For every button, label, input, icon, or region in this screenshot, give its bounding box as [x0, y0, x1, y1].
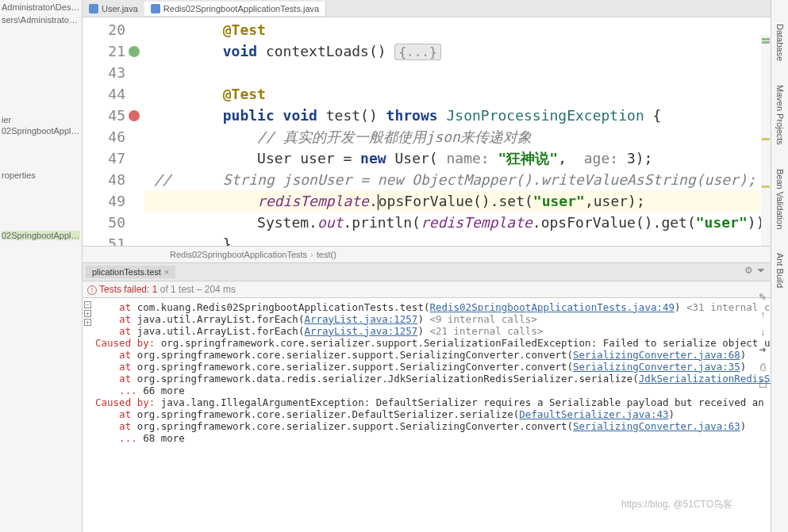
test-fail-count: Tests failed: 1 [99, 284, 157, 295]
line-gutter[interactable]: 2021434445464748495051525354 [83, 17, 144, 246]
java-icon [151, 4, 160, 13]
export-icon[interactable]: ➜ [756, 344, 769, 357]
gear-icon[interactable]: ⚙ [744, 265, 753, 276]
project-panel[interactable]: Administrator\Desktop\狂 sers\Administrat… [0, 0, 83, 532]
chevron-down-icon[interactable]: ⏷ [756, 265, 766, 276]
java-icon [89, 4, 98, 13]
project-path-1: Administrator\Desktop\狂 [2, 2, 80, 13]
scroll-marker-strip[interactable] [761, 35, 771, 246]
project-item[interactable]: 02SpringbootApplication [2, 231, 80, 240]
gutter-run-icon[interactable] [129, 46, 140, 57]
up-icon[interactable]: ↑ [756, 309, 769, 322]
tool-ant-build[interactable]: Ant Build [775, 253, 785, 288]
breadcrumb[interactable]: Redis02SpringbootApplicationTests›test() [83, 246, 771, 263]
gutter-run-icon[interactable] [129, 110, 140, 121]
wrap-icon[interactable]: ☐ [756, 379, 769, 392]
close-icon[interactable]: × [164, 267, 169, 277]
down-icon[interactable]: ↓ [756, 327, 769, 339]
console-output[interactable]: −++ at com.kuang.Redis02SpringbootApplic… [83, 298, 771, 533]
run-tab[interactable]: plicationTests.test× [86, 266, 175, 278]
fail-icon: ! [87, 285, 97, 295]
console-toolbar: ✎ ↑ ↓ ➜ ⎙ ☐ [756, 292, 769, 392]
editor-tabs: User.java Redis02SpringbootApplicationTe… [83, 0, 771, 17]
tab-user-java[interactable]: User.java [83, 2, 144, 16]
run-tool-tabs: plicationTests.test× ⚙⏷ [83, 263, 771, 281]
right-tool-bar: Database Maven Projects Bean Validation … [771, 0, 788, 532]
project-item[interactable]: 02SpringbootApplicatio [2, 126, 80, 136]
tab-tests-java[interactable]: Redis02SpringbootApplicationTests.java [144, 2, 326, 16]
tool-maven[interactable]: Maven Projects [775, 85, 785, 145]
edit-icon[interactable]: ✎ [756, 292, 769, 304]
print-icon[interactable]: ⎙ [756, 362, 769, 374]
code-editor[interactable]: 2021434445464748495051525354 @Test void … [83, 17, 771, 246]
watermark: https://blog. @51CTO鸟客 [621, 498, 732, 511]
test-status-bar: !Tests failed: 1 of 1 test – 204 ms [83, 281, 771, 298]
project-item[interactable]: roperties [2, 170, 80, 180]
project-item[interactable]: ier [2, 115, 80, 124]
project-path-2: sers\Administrator\Desk [2, 15, 80, 25]
stack-fold-gutter[interactable]: −++ [84, 301, 91, 326]
code-area[interactable]: @Test void contextLoads() {...} @Test pu… [144, 17, 771, 246]
tool-database[interactable]: Database [775, 24, 785, 61]
tool-bean-validation[interactable]: Bean Validation [775, 169, 785, 229]
